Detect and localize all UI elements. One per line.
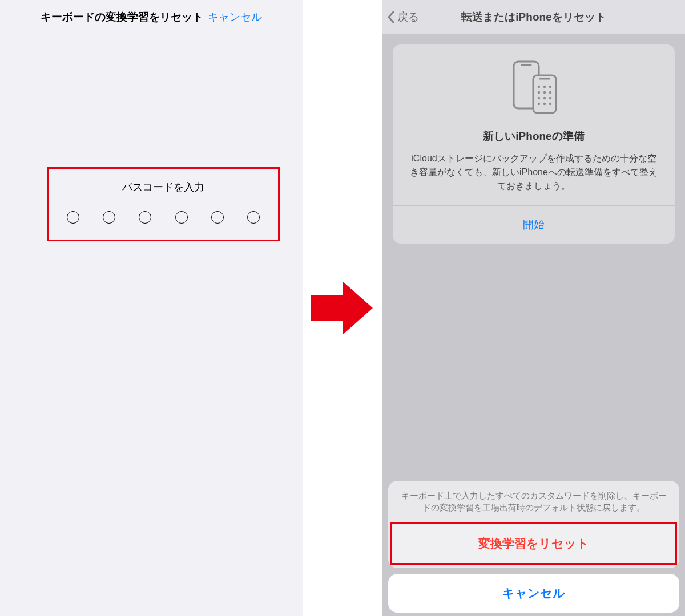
nav-title: 転送またはiPhoneをリセット — [461, 10, 606, 25]
svg-point-14 — [538, 103, 540, 105]
cancel-button[interactable]: キャンセル — [208, 10, 262, 25]
back-label: 戻る — [397, 10, 419, 25]
svg-point-12 — [543, 97, 546, 99]
reset-dictionary-button[interactable]: 変換学習をリセット — [390, 522, 677, 565]
card-title: 新しいiPhoneの準備 — [405, 129, 662, 144]
svg-rect-3 — [533, 75, 556, 113]
svg-point-13 — [549, 97, 551, 99]
start-button[interactable]: 開始 — [405, 206, 662, 244]
passcode-label: パスコードを入力 — [57, 180, 270, 194]
action-sheet-cancel-button[interactable]: キャンセル — [388, 574, 679, 613]
passcode-dot — [211, 211, 224, 224]
passcode-dot — [103, 211, 115, 224]
passcode-dot — [247, 211, 260, 224]
transfer-reset-screen: 戻る 転送またはiPhoneをリセット 新しいiPhoneの準備 iCloudス… — [382, 0, 685, 616]
svg-point-6 — [543, 86, 546, 88]
passcode-dot — [67, 211, 79, 224]
prepare-card: 新しいiPhoneの準備 iCloudストレージにバックアップを作成するための十… — [393, 44, 675, 244]
chevron-left-icon — [387, 11, 395, 23]
svg-point-5 — [538, 86, 540, 88]
svg-point-7 — [549, 86, 551, 88]
svg-point-9 — [543, 91, 546, 94]
action-sheet-message: キーボード上で入力したすべてのカスタムワードを削除し、キーボードの変換学習を工場… — [388, 481, 679, 523]
svg-point-11 — [538, 97, 540, 99]
passcode-screen: キーボードの変換学習をリセット キャンセル パスコードを入力 — [0, 0, 303, 616]
back-button[interactable]: 戻る — [387, 10, 419, 25]
passcode-dot — [175, 211, 188, 224]
devices-icon — [508, 59, 559, 116]
svg-point-15 — [543, 103, 546, 105]
passcode-dot — [139, 211, 151, 224]
arrow-right-icon — [311, 282, 373, 334]
svg-point-10 — [549, 91, 551, 94]
action-sheet-group: キーボード上で入力したすべてのカスタムワードを削除し、キーボードの変換学習を工場… — [388, 481, 679, 569]
passcode-dots[interactable] — [57, 211, 270, 224]
svg-point-16 — [549, 103, 551, 105]
card-description: iCloudストレージにバックアップを作成するための十分な空き容量がなくても、新… — [405, 152, 662, 205]
nav-bar-right: 戻る 転送またはiPhoneをリセット — [382, 0, 685, 34]
passcode-area: パスコードを入力 — [47, 167, 280, 241]
svg-marker-0 — [311, 282, 373, 334]
action-sheet: キーボード上で入力したすべてのカスタムワードを削除し、キーボードの変換学習を工場… — [388, 481, 679, 613]
nav-title: キーボードの変換学習をリセット — [41, 10, 203, 25]
nav-bar-left: キーボードの変換学習をリセット キャンセル — [0, 0, 303, 34]
svg-point-8 — [538, 91, 540, 94]
